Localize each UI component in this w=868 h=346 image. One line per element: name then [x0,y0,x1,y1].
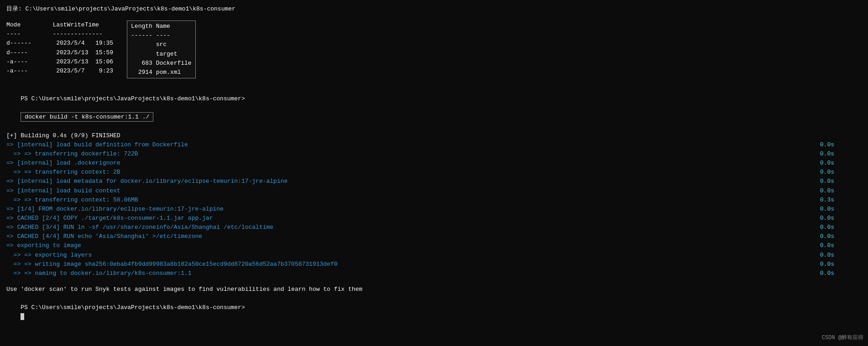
command-text: docker build -t k8s-consumer:1.1 ./ [21,112,153,122]
build-line-13: => => exporting layers0.0s [6,251,862,260]
box-row-2: target [131,50,192,59]
build-status: [+] Building 0.4s (9/9) FINISHED [6,131,862,140]
build-line-1: => [internal] load build definition from… [6,140,862,150]
box-row-3: 683 Dockerfile [131,59,192,68]
build-line-text-13: => => exporting layers [6,252,92,258]
build-line-text-12: => exporting to image [6,242,81,249]
dir-header-row: Mode LastWriteTime [6,21,113,30]
dir-row-4: -a---- 2023/5/7 9:23 [6,67,113,76]
dir-row-2: d----- 2023/5/13 15:59 [6,48,113,57]
timing-10: 0.0s [820,223,834,232]
dir-left: Mode LastWriteTime ---- -------------- d… [6,21,113,78]
timing-14: 0.0s [820,260,834,269]
dir-row-3: -a---- 2023/5/13 15:06 [6,57,113,67]
prompt-line-2: PS C:\Users\smile\projects\JavaProjects\… [6,294,862,331]
build-line-text-4: => => transferring context: 2B [6,169,120,176]
build-line-text-11: => CACHED [4/4] RUN echo 'Asia/Shanghai'… [6,233,202,240]
build-line-7: => => transferring context: 58.06MB0.3s [6,196,862,205]
build-line-11: => CACHED [4/4] RUN echo 'Asia/Shanghai'… [6,232,862,241]
timing-2: 0.0s [820,150,834,159]
snyk-notice: Use 'docker scan' to run Snyk tests agai… [6,285,862,294]
build-line-12: => exporting to image0.0s [6,241,862,250]
build-line-8: => [1/4] FROM docker.io/library/eclipse-… [6,205,862,214]
build-line-text-14: => => writing image sha256:0ebab4fb9dd99… [6,261,338,268]
timing-9: 0.0s [820,214,834,223]
build-line-14: => => writing image sha256:0ebab4fb9dd99… [6,260,862,269]
dir-section: Mode LastWriteTime ---- -------------- d… [6,21,862,78]
watermark: CSDN @醉有应得 [822,334,863,341]
dir-box: Length Name ------ ---- src target 683 D… [127,21,196,78]
build-line-text-6: => [internal] load build context [6,187,120,194]
timing-15: 0.0s [820,269,834,278]
dir-row-1: d------ 2023/5/4 19:35 [6,39,113,48]
build-line-5: => [internal] load metadata for docker.i… [6,177,862,186]
timing-6: 0.0s [820,186,834,196]
box-header: Length Name [131,22,192,31]
build-line-9: => CACHED [2/4] COPY ./target/k8s-consum… [6,214,862,223]
build-line-4: => => transferring context: 2B0.0s [6,168,862,177]
build-line-6: => [internal] load build context0.0s [6,186,862,196]
cursor [21,313,24,320]
timing-5: 0.0s [820,177,834,186]
build-line-2: => => transferring dockerfile: 722B0.0s [6,150,862,159]
prompt-line-1: PS C:\Users\smile\projects\JavaProjects\… [6,85,862,131]
build-line-10: => CACHED [3/4] RUN ln -sf /usr/share/zo… [6,223,862,232]
box-separator: ------ ---- [131,31,192,40]
build-line-text-2: => => transferring dockerfile: 722B [6,150,138,157]
build-line-text-7: => => transferring context: 58.06MB [6,196,138,203]
prompt-text-1: PS C:\Users\smile\projects\JavaProjects\… [21,95,245,102]
timing-7: 0.3s [820,196,834,205]
box-row-4: 2914 pom.xml [131,68,192,77]
timing-4: 0.0s [820,168,834,177]
build-line-15: => => naming to docker.io/library/k8s-co… [6,269,862,278]
timing-8: 0.0s [820,205,834,214]
prompt-text-2: PS C:\Users\smile\projects\JavaProjects\… [21,304,245,311]
build-line-text-1: => [internal] load build definition from… [6,141,188,148]
build-line-text-3: => [internal] load .dockerignore [6,160,120,166]
timing-3: 0.0s [820,159,834,168]
terminal-container: 目录: C:\Users\smile\projects\JavaProjects… [6,5,862,331]
timing-13: 0.0s [820,251,834,260]
build-line-text-15: => => naming to docker.io/library/k8s-co… [6,270,192,277]
dir-separator-row: ---- -------------- [6,30,113,39]
box-row-1: src [131,40,192,49]
timing-11: 0.0s [820,232,834,241]
build-line-text-10: => CACHED [3/4] RUN ln -sf /usr/share/zo… [6,224,273,231]
build-line-text-5: => [internal] load metadata for docker.i… [6,178,288,185]
dir-right-box: Length Name ------ ---- src target 683 D… [127,21,196,78]
timing-1: 0.0s [820,140,834,150]
build-line-text-8: => [1/4] FROM docker.io/library/eclipse-… [6,206,224,212]
directory-title: 目录: C:\Users\smile\projects\JavaProjects… [6,5,862,14]
build-line-3: => [internal] load .dockerignore0.0s [6,159,862,168]
build-line-text-9: => CACHED [2/4] COPY ./target/k8s-consum… [6,215,213,222]
timing-12: 0.0s [820,241,834,250]
